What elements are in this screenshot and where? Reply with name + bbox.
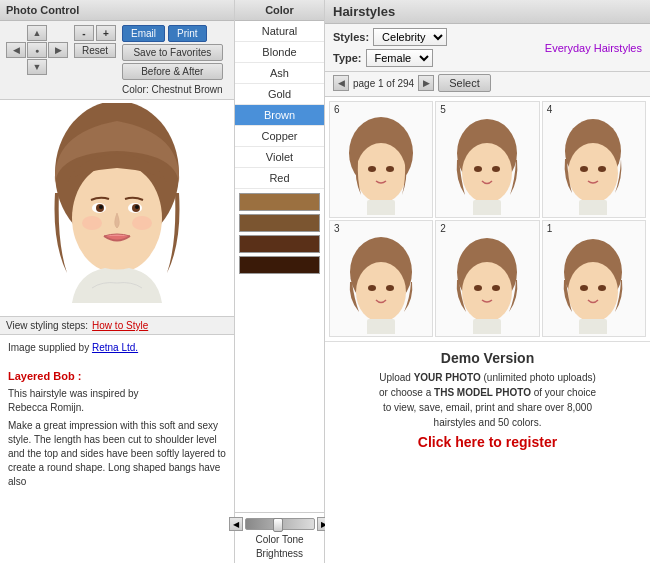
zoom-btns: - + [74, 25, 116, 41]
color-option-gold[interactable]: Gold [235, 84, 324, 105]
color-swatch-3[interactable] [239, 235, 320, 253]
print-button[interactable]: Print [168, 25, 207, 42]
svg-point-18 [474, 166, 482, 172]
hairstyle-thumb-3 [339, 234, 424, 334]
arrow-grid: ▲ ◀ ● ▶ ▼ [6, 25, 68, 75]
tone-slider-area: ◀ ▶ Color Tone Brightness [235, 513, 324, 563]
color-option-natural[interactable]: Natural [235, 21, 324, 42]
cell-number-5: 5 [440, 104, 446, 115]
select-button[interactable]: Select [438, 74, 491, 92]
style-row: Styles: Celebrity [333, 28, 447, 46]
hairstyle-grid: 6 5 [325, 97, 650, 341]
color-tone-section: ◀ ▶ Color Tone Brightness [235, 512, 324, 563]
slider-nav-row: ◀ ▶ [229, 517, 331, 531]
color-label: Color: Chestnut Brown [122, 82, 223, 95]
hairstyle-cell-4[interactable]: 4 [542, 101, 646, 218]
styles-select[interactable]: Celebrity [373, 28, 447, 46]
description-text: Make a great impression with this soft a… [8, 419, 226, 489]
demo-title: Demo Version [341, 350, 634, 366]
color-panel-header: Color [235, 0, 324, 21]
reset-button[interactable]: Reset [74, 43, 116, 58]
arrow-up-btn[interactable]: ▲ [27, 25, 47, 41]
cell-number-4: 4 [547, 104, 553, 115]
svg-point-39 [598, 285, 606, 291]
svg-rect-40 [579, 319, 607, 334]
svg-rect-15 [367, 200, 395, 215]
style-type-col: Styles: Celebrity Type: Female [333, 28, 447, 67]
hairstyle-cell-5[interactable]: 5 [435, 101, 539, 218]
everyday-hairstyles-link[interactable]: Everyday Hairstyles [545, 42, 642, 54]
svg-point-34 [492, 285, 500, 291]
middle-panel: Color Natural Blonde Ash Gold Brown Copp… [235, 0, 325, 563]
svg-point-24 [598, 166, 606, 172]
zoom-in-btn[interactable]: + [96, 25, 116, 41]
save-favorites-button[interactable]: Save to Favorites [122, 44, 223, 61]
arrow-down-btn[interactable]: ▼ [27, 59, 47, 75]
hairstyle-cell-3[interactable]: 3 [329, 220, 433, 337]
svg-point-9 [132, 216, 152, 230]
arrow-right-btn[interactable]: ▶ [48, 42, 68, 58]
svg-point-33 [474, 285, 482, 291]
color-tone-label: Color Tone [255, 534, 303, 545]
before-after-button[interactable]: Before & After [122, 63, 223, 80]
hairstyles-controls: Styles: Celebrity Type: Female Everyday … [325, 24, 650, 72]
color-option-red[interactable]: Red [235, 168, 324, 189]
svg-rect-30 [367, 319, 395, 334]
tone-slider-track[interactable] [245, 518, 315, 530]
color-swatch-2[interactable] [239, 214, 320, 232]
type-row: Type: Female [333, 49, 447, 67]
hairstyle-title: Layered Bob : [8, 369, 226, 384]
hairstyle-cell-6[interactable]: 6 [329, 101, 433, 218]
hairstyle-thumb-4 [551, 115, 636, 215]
color-swatches [235, 189, 324, 278]
photo-area [0, 100, 234, 316]
arrow-left-btn[interactable]: ◀ [6, 42, 26, 58]
color-option-copper[interactable]: Copper [235, 126, 324, 147]
prev-page-btn[interactable]: ◀ [333, 75, 349, 91]
styling-steps-bar: View styling steps: How to Style [0, 316, 234, 334]
color-option-blonde[interactable]: Blonde [235, 42, 324, 63]
color-swatch-4[interactable] [239, 256, 320, 274]
zoom-out-btn[interactable]: - [74, 25, 94, 41]
photo-control-top: ▲ ◀ ● ▶ ▼ - + Reset Email Print Save to … [0, 21, 234, 100]
color-option-violet[interactable]: Violet [235, 147, 324, 168]
zoom-reset-area: - + Reset [74, 25, 116, 58]
hairstyle-thumb-1 [551, 234, 636, 334]
inspired-by: This hairstyle was inspired by Rebecca R… [8, 387, 226, 415]
svg-point-28 [368, 285, 376, 291]
svg-point-22 [568, 143, 618, 203]
svg-point-23 [580, 166, 588, 172]
action-buttons: Email Print Save to Favorites Before & A… [122, 25, 223, 95]
svg-point-8 [82, 216, 102, 230]
cell-number-3: 3 [334, 223, 340, 234]
type-select[interactable]: Female [366, 49, 433, 67]
photo-control-title: Photo Control [6, 4, 79, 16]
how-to-style-link[interactable]: How to Style [92, 320, 148, 331]
next-page-btn[interactable]: ▶ [418, 75, 434, 91]
svg-point-13 [368, 166, 376, 172]
svg-point-29 [386, 285, 394, 291]
email-button[interactable]: Email [122, 25, 165, 42]
arrow-center-btn[interactable]: ● [27, 42, 47, 58]
register-link[interactable]: Click here to register [418, 434, 557, 450]
svg-point-37 [568, 262, 618, 322]
color-option-ash[interactable]: Ash [235, 63, 324, 84]
hairstyle-cell-2[interactable]: 2 [435, 220, 539, 337]
svg-rect-20 [473, 200, 501, 215]
svg-point-19 [492, 166, 500, 172]
brightness-label: Brightness [256, 548, 303, 559]
hairstyle-thumb-5 [445, 115, 530, 215]
color-value: Chestnut Brown [151, 84, 222, 95]
right-panel: Hairstyles Styles: Celebrity Type: Femal… [325, 0, 650, 563]
hairstyle-cell-1[interactable]: 1 [542, 220, 646, 337]
svg-point-14 [386, 166, 394, 172]
svg-point-6 [99, 205, 103, 209]
color-swatch-1[interactable] [239, 193, 320, 211]
color-option-brown[interactable]: Brown [235, 105, 324, 126]
svg-point-38 [580, 285, 588, 291]
tone-left-arrow[interactable]: ◀ [229, 517, 243, 531]
cell-number-6: 6 [334, 104, 340, 115]
tone-slider-thumb[interactable] [273, 518, 283, 532]
retna-link[interactable]: Retna Ltd. [92, 342, 138, 353]
hairstyle-thumb-6 [339, 115, 424, 215]
